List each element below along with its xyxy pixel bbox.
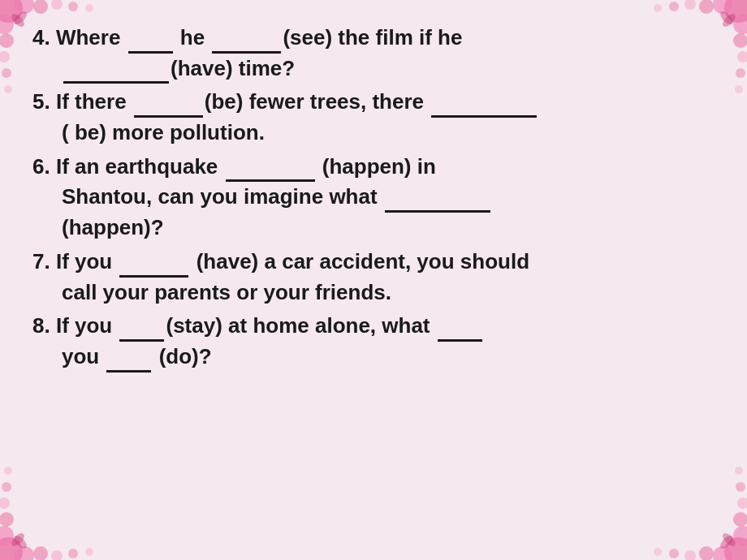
blank-7-1	[119, 274, 188, 278]
exercise-item-7: 7. If you (have) a car accident, you sho…	[32, 247, 715, 308]
exercise-text-8-line2: you (do)?	[32, 342, 715, 373]
exercise-text-6-line2: Shantou, can you imagine what	[32, 182, 715, 213]
exercise-item-5: 5. If there (be) fewer trees, there ( be…	[32, 87, 715, 148]
blank-8-2	[438, 338, 482, 342]
blank-5-2	[431, 114, 537, 118]
exercise-item-4: 4. Where he (see) the film if he (have) …	[32, 23, 715, 84]
exercise-text-8-line1: 8. If you (stay) at home alone, what	[32, 311, 715, 342]
exercise-text-6-line1: 6. If an earthquake (happen) in	[32, 152, 715, 183]
exercise-text-5-line1: 5. If there (be) fewer trees, there	[32, 87, 715, 118]
exercise-text-6-line3: (happen)?	[32, 213, 715, 243]
content-area: 4. Where he (see) the film if he (have) …	[8, 8, 739, 552]
exercise-text-4-line2: (have) time?	[32, 54, 715, 84]
blank-6-2	[385, 209, 490, 213]
exercise-text-7-line2: call your parents or your friends.	[32, 278, 715, 308]
exercise-item-8: 8. If you (stay) at home alone, what you…	[32, 311, 715, 372]
exercise-text-4-line1: 4. Where he (see) the film if he	[32, 23, 715, 54]
blank-8-3	[106, 369, 151, 373]
exercise-text-5-line2: ( be) more pollution.	[32, 118, 715, 149]
blank-4-3	[63, 80, 169, 84]
exercise-item-6: 6. If an earthquake (happen) in Shantou,…	[32, 152, 715, 243]
exercise-text-7-line1: 7. If you (have) a car accident, you sho…	[32, 247, 715, 278]
